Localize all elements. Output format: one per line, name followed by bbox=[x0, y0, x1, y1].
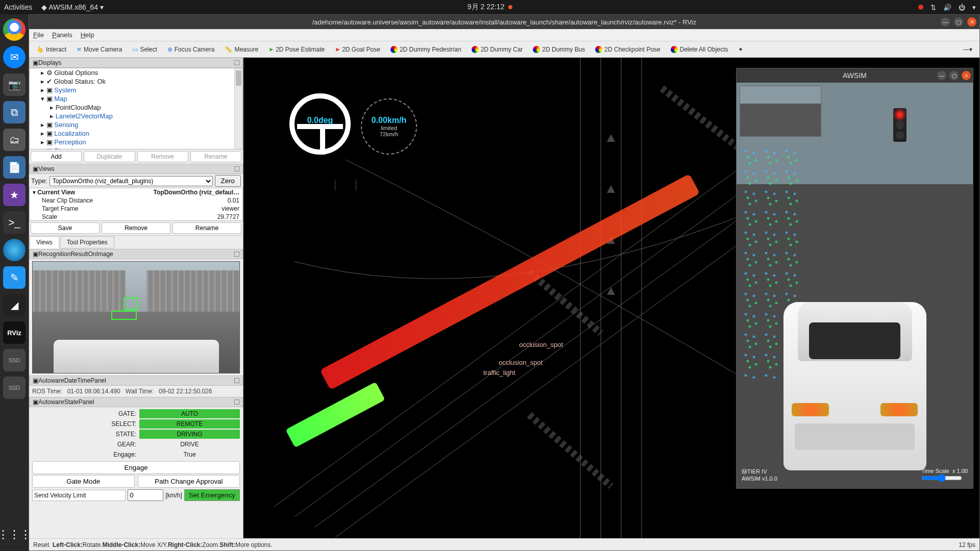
driving-status: DRIVING bbox=[139, 430, 240, 439]
record-indicator-icon[interactable] bbox=[918, 5, 923, 10]
remove-view-button[interactable]: Remove bbox=[102, 222, 170, 234]
cheese-icon[interactable]: 📷 bbox=[3, 73, 26, 96]
fps-label: 12 fps bbox=[959, 541, 975, 548]
add-button[interactable]: Add bbox=[31, 151, 82, 162]
reset-link[interactable]: Reset bbox=[33, 541, 49, 548]
gear-status: DRIVE bbox=[139, 440, 240, 449]
tool-focus-camera[interactable]: ⊕Focus Camera bbox=[163, 44, 219, 55]
tool-dummy-car[interactable]: 2D Dummy Car bbox=[468, 44, 527, 55]
clock[interactable]: 9月 2 22:12 bbox=[468, 3, 504, 12]
tab-tool-properties[interactable]: Tool Properties bbox=[60, 236, 114, 248]
rename-view-button[interactable]: Rename bbox=[173, 222, 241, 234]
picture-in-picture bbox=[740, 86, 821, 137]
menu-panels[interactable]: Panels bbox=[52, 31, 72, 39]
activities-button[interactable]: Activities bbox=[4, 3, 32, 11]
red-lamp-icon bbox=[896, 111, 904, 119]
awsim-maximize-icon[interactable]: ▢ bbox=[949, 71, 959, 80]
thunderbird-icon[interactable]: ✉ bbox=[3, 46, 26, 68]
state-panel: GATE:AUTO SELECT:REMOTE STATE:DRIVING GE… bbox=[29, 407, 243, 502]
libreoffice-icon[interactable]: 📄 bbox=[3, 156, 26, 179]
save-view-button[interactable]: Save bbox=[31, 222, 100, 234]
tool-dummy-bus[interactable]: 2D Dummy Bus bbox=[529, 44, 589, 55]
displays-tree[interactable]: ▸ ⚙ Global Options ▸ ✔ Global Status: Ok… bbox=[29, 68, 243, 149]
tool-minus[interactable]: —▾ bbox=[959, 44, 976, 55]
zero-button[interactable]: Zero bbox=[215, 175, 241, 187]
time-scale-slider[interactable] bbox=[921, 474, 962, 482]
velocity-unit: [km/h] bbox=[165, 492, 182, 499]
left-panel: ▣ Displays ▸ ⚙ Global Options ▸ ✔ Global… bbox=[29, 58, 243, 538]
svg-marker-3 bbox=[607, 287, 615, 295]
map-label-traffic-light: traffic_light bbox=[483, 369, 516, 377]
close-icon[interactable]: ✕ bbox=[967, 17, 976, 27]
tool-goal-pose[interactable]: ➤2D Goal Pose bbox=[331, 44, 384, 55]
tool-move-camera[interactable]: ⤧Move Camera bbox=[72, 44, 126, 55]
terminal-icon[interactable]: >_ bbox=[3, 211, 26, 234]
views-header[interactable]: ▣ Views bbox=[29, 164, 243, 174]
sim-vehicle bbox=[783, 302, 926, 470]
path-approval-button[interactable]: Path Change Approval bbox=[138, 475, 240, 488]
awsim-window[interactable]: AWSIM — ▢ ✕ bbox=[736, 68, 973, 489]
network-icon[interactable]: ⇅ bbox=[930, 4, 936, 11]
state-panel-header[interactable]: ▣ AutowareStatePanel bbox=[29, 397, 243, 407]
power-icon[interactable]: ⏻ bbox=[959, 4, 965, 11]
right-arrow-icon bbox=[356, 170, 402, 201]
tool-interact[interactable]: 👆Interact bbox=[32, 44, 70, 55]
gnome-top-bar: Activities ◆ AWSIM.x86_64 ▾ 9月 2 22:12 ⇅… bbox=[0, 0, 980, 14]
chevron-down-icon[interactable]: ▾ bbox=[972, 4, 976, 11]
map-label-occlusion1: occlusion_spot bbox=[519, 341, 563, 348]
type-label: Type: bbox=[31, 177, 47, 185]
menu-help[interactable]: Help bbox=[81, 31, 94, 39]
rviz-window: /adehome/autoware.universe/awsim_autowar… bbox=[29, 14, 980, 551]
remove-button: Remove bbox=[137, 151, 188, 162]
unity-icon[interactable]: ◢ bbox=[3, 294, 26, 316]
velocity-input[interactable] bbox=[128, 489, 163, 501]
svg-marker-1 bbox=[607, 185, 615, 193]
view-type-select[interactable]: TopDownOrtho (rviz_default_plugins) bbox=[50, 176, 213, 186]
tool-pose-estimate[interactable]: ➤2D Pose Estimate bbox=[264, 44, 329, 55]
files-icon[interactable]: 🗂 bbox=[3, 129, 26, 151]
rviz-titlebar[interactable]: /adehome/autoware.universe/awsim_autowar… bbox=[29, 15, 979, 29]
viewport-3d[interactable]: occlusion_spot occlusion_spot traffic_li… bbox=[243, 58, 979, 538]
volume-icon[interactable]: 🔊 bbox=[943, 4, 951, 11]
screenshot-icon[interactable]: ⧉ bbox=[3, 101, 26, 123]
hud-steering-wheel: 0.0deg bbox=[289, 93, 351, 155]
app-menu[interactable]: ◆ AWSIM.x86_64 ▾ bbox=[41, 3, 104, 11]
tab-views[interactable]: Views bbox=[30, 236, 59, 248]
tool-measure[interactable]: 📏Measure bbox=[220, 44, 262, 55]
star-app-icon[interactable]: ★ bbox=[3, 184, 26, 206]
awsim-titlebar[interactable]: AWSIM — ▢ ✕ bbox=[737, 68, 973, 83]
velocity-label: Send Velocity Limit bbox=[32, 490, 126, 501]
drive-icon-2[interactable]: SSD bbox=[3, 377, 26, 399]
rviz-icon[interactable]: RViz bbox=[3, 321, 26, 344]
awsim-close-icon[interactable]: ✕ bbox=[962, 71, 971, 80]
tool-plus[interactable]: ✦ bbox=[734, 44, 747, 55]
globe-icon[interactable] bbox=[3, 239, 26, 261]
gate-mode-button[interactable]: Gate Mode bbox=[32, 475, 135, 488]
drive-icon[interactable]: SSD bbox=[3, 349, 26, 371]
menu-file[interactable]: File bbox=[33, 31, 44, 39]
awsim-minimize-icon[interactable]: — bbox=[937, 71, 946, 80]
editor-icon[interactable]: ✎ bbox=[3, 266, 26, 289]
scrollbar[interactable] bbox=[234, 68, 242, 149]
chrome-icon[interactable] bbox=[3, 18, 26, 41]
show-apps-icon[interactable]: ⋮⋮⋮ bbox=[3, 523, 26, 546]
datetime-header[interactable]: ▣ AutowareDateTimePanel bbox=[29, 375, 243, 386]
awsim-viewport[interactable]: ⓂTIER IVAWSIM v1.0.0 Time Scale x 1.00 bbox=[737, 83, 973, 488]
green-lamp-icon bbox=[896, 131, 904, 139]
displays-header[interactable]: ▣ Displays bbox=[29, 58, 243, 68]
engage-button[interactable]: Engage bbox=[32, 461, 240, 474]
datetime-panel: ROS Time:01-01 08:06:14.490 Wall Time:09… bbox=[29, 386, 243, 397]
tool-checkpoint-pose[interactable]: 2D Checkpoint Pose bbox=[591, 44, 664, 55]
recognition-header[interactable]: ▣ RecognitionResultOnImage bbox=[29, 249, 243, 259]
tool-dummy-pedestrian[interactable]: 2D Dummy Pedestrian bbox=[386, 44, 465, 55]
minimize-icon[interactable]: — bbox=[941, 17, 950, 27]
select-status: REMOTE bbox=[139, 419, 240, 429]
set-emergency-button[interactable]: Set Emergency bbox=[184, 489, 240, 501]
notification-dot-icon bbox=[508, 5, 512, 9]
maximize-icon[interactable]: ▢ bbox=[954, 17, 963, 27]
tool-select[interactable]: ▭Select bbox=[128, 44, 161, 55]
camera-view bbox=[32, 261, 240, 373]
rename-button: Rename bbox=[190, 151, 241, 162]
tool-delete-all[interactable]: Delete All Objects bbox=[667, 44, 732, 55]
svg-line-6 bbox=[529, 272, 601, 333]
